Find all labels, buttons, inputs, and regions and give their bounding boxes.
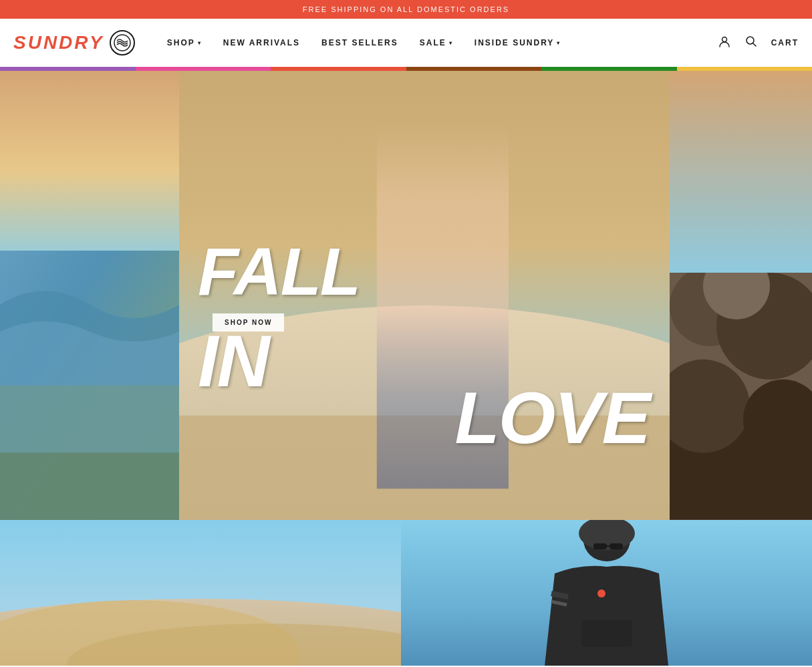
cart-button[interactable]: CART <box>771 38 799 47</box>
hero-left-wave <box>0 251 179 520</box>
nav-item-best-sellers[interactable]: BEST SELLERS <box>321 38 398 47</box>
search-icon[interactable] <box>745 35 758 51</box>
bottom-section <box>0 520 812 666</box>
main-nav: SHOP ▾ NEW ARRIVALS BEST SELLERS SALE ▾ … <box>167 38 718 47</box>
bottom-left-panel <box>0 520 401 666</box>
hero-section: FALL IN SHOP NOW LOVE <box>0 71 812 520</box>
bottom-right-panel <box>401 520 812 666</box>
hero-left-panel <box>0 71 179 520</box>
account-icon[interactable] <box>718 35 731 51</box>
hero-left-sky <box>0 71 179 273</box>
nav-item-sale[interactable]: SALE ▾ <box>420 38 453 47</box>
hero-text-love: LOVE <box>455 375 650 460</box>
shop-now-button[interactable]: SHOP NOW <box>213 313 284 331</box>
announcement-text: FREE SHIPPING ON ALL DOMESTIC ORDERS <box>303 5 509 13</box>
svg-rect-26 <box>593 543 607 549</box>
svg-rect-5 <box>0 452 179 520</box>
hero-right-rocks <box>670 273 812 520</box>
svg-point-2 <box>747 37 754 44</box>
announcement-bar: FREE SHIPPING ON ALL DOMESTIC ORDERS <box>0 0 812 19</box>
chevron-down-icon: ▾ <box>198 40 202 46</box>
logo-icon <box>110 30 135 55</box>
nav-actions: CART <box>718 35 799 51</box>
chevron-down-icon: ▾ <box>557 40 561 46</box>
logo-text: SUNDRY <box>13 32 104 53</box>
hero-right-sky <box>670 71 812 295</box>
hero-text-fall: FALL <box>198 241 360 301</box>
nav-item-inside-sundry[interactable]: INSIDE SUNDRY ▾ <box>475 38 561 47</box>
header: SUNDRY SHOP ▾ NEW ARRIVALS BEST SELLERS … <box>0 19 812 67</box>
svg-point-25 <box>597 589 605 597</box>
nav-item-new-arrivals[interactable]: NEW ARRIVALS <box>223 38 300 47</box>
logo-link[interactable]: SUNDRY <box>13 30 135 55</box>
svg-line-29 <box>551 593 568 597</box>
svg-rect-24 <box>581 620 632 647</box>
svg-point-1 <box>722 37 726 41</box>
hero-right-panel <box>670 71 812 520</box>
nav-item-shop[interactable]: SHOP ▾ <box>167 38 202 47</box>
chevron-down-icon: ▾ <box>449 40 453 46</box>
svg-rect-27 <box>610 543 623 549</box>
hero-center-panel: FALL IN SHOP NOW LOVE <box>179 71 670 520</box>
